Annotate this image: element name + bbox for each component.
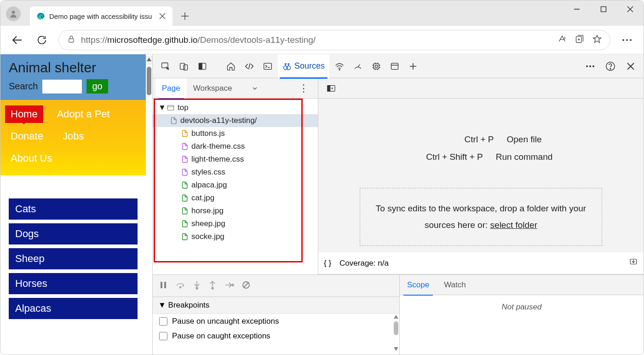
back-button[interactable]	[9, 32, 25, 48]
select-folder-link[interactable]: select folder	[490, 220, 537, 230]
svg-point-17	[622, 39, 624, 41]
new-tab-button[interactable]	[177, 8, 193, 24]
pretty-print-icon[interactable]: { }	[324, 259, 331, 268]
watch-tab[interactable]: Watch	[437, 275, 473, 295]
refresh-button[interactable]	[34, 32, 50, 48]
svg-rect-47	[391, 63, 398, 69]
application-tab-icon[interactable]	[386, 58, 403, 75]
svg-point-18	[626, 39, 628, 41]
help-icon[interactable]	[602, 58, 619, 75]
svg-rect-38	[375, 65, 378, 67]
device-toggle-icon[interactable]	[176, 58, 192, 75]
pause-icon[interactable]	[159, 281, 167, 291]
animal-item[interactable]: Alpacas	[9, 298, 138, 319]
page-scrollbar[interactable]	[146, 56, 152, 355]
coverage-bar: { } Coverage: n/a	[318, 252, 644, 274]
sources-navigator: Page Workspace ⋮ ▼ top devtoo	[153, 78, 318, 274]
navigator-more-icon[interactable]: ⋮	[292, 82, 315, 94]
svg-point-0	[12, 11, 15, 14]
minimize-button[interactable]	[564, 0, 590, 18]
inspect-element-icon[interactable]	[157, 58, 174, 75]
tree-file[interactable]: sheep.jpg	[153, 217, 318, 230]
animal-item[interactable]: Dogs	[9, 223, 138, 244]
nav-jobs[interactable]: Jobs	[57, 128, 89, 145]
more-tabs-icon[interactable]	[405, 58, 421, 75]
tree-file[interactable]: styles.css	[153, 166, 318, 179]
tree-top[interactable]: ▼ top	[153, 101, 318, 114]
workspace-subtab[interactable]: Workspace	[187, 78, 264, 99]
svg-rect-7	[601, 7, 606, 12]
devtools-close-icon[interactable]	[622, 58, 639, 75]
step-over-icon[interactable]	[176, 281, 185, 291]
tree-file[interactable]: buttons.js	[153, 127, 318, 140]
page-nav: Home Adopt a Pet Donate Jobs About Us	[0, 100, 146, 175]
url-text: https://microsoftedge.github.io/Demos/de…	[81, 35, 552, 45]
animal-item[interactable]: Cats	[9, 198, 138, 220]
tree-file[interactable]: light-theme.css	[153, 153, 318, 166]
svg-marker-76	[394, 347, 398, 351]
svg-point-68	[196, 287, 198, 289]
network-tab-icon[interactable]	[331, 58, 348, 75]
tree-file[interactable]: cat.jpg	[153, 192, 318, 204]
browser-titlebar: Demo page with accessibility issu	[0, 0, 644, 26]
svg-rect-61	[328, 85, 330, 91]
dock-icon[interactable]	[194, 58, 211, 75]
nav-about[interactable]: About Us	[5, 150, 58, 167]
bp-caught[interactable]: Pause on caught exceptions	[153, 329, 399, 343]
svg-marker-16	[593, 35, 601, 42]
svg-line-36	[358, 64, 360, 67]
svg-rect-58	[167, 105, 174, 111]
deactivate-breakpoints-icon[interactable]	[242, 281, 250, 291]
welcome-tab-icon[interactable]	[223, 58, 239, 75]
tree-file[interactable]: alpaca.jpg	[153, 179, 318, 192]
url-input[interactable]: https://microsoftedge.github.io/Demos/de…	[58, 30, 610, 50]
devtools-toolbar: Sources	[153, 54, 644, 78]
maximize-button[interactable]	[590, 0, 617, 18]
memory-tab-icon[interactable]	[368, 58, 385, 75]
lock-icon	[67, 35, 75, 45]
animal-item[interactable]: Horses	[9, 273, 138, 294]
tree-file[interactable]: dark-theme.css	[153, 140, 318, 153]
performance-tab-icon[interactable]	[350, 58, 366, 75]
tree-folder[interactable]: devtools-a11y-testing/	[153, 114, 318, 127]
page-title: Animal shelter	[9, 60, 138, 76]
tree-file[interactable]: socke.jpg	[153, 230, 318, 243]
step-into-icon[interactable]	[193, 281, 201, 291]
close-window-button[interactable]	[617, 0, 644, 18]
workspace-dropzone[interactable]: To sync edits to the workspace, drop a f…	[360, 188, 602, 246]
collections-icon[interactable]	[575, 35, 584, 46]
devtools-settings-icon[interactable]	[582, 58, 598, 75]
nav-home[interactable]: Home	[5, 105, 43, 123]
browser-tab[interactable]: Demo page with accessibility issu	[30, 6, 172, 26]
debugger-controls	[153, 275, 399, 297]
console-tab-icon[interactable]	[259, 58, 276, 75]
step-icon[interactable]	[224, 281, 234, 291]
breakpoints-header[interactable]: ▼ Breakpoints	[153, 297, 399, 314]
svg-rect-65	[164, 282, 166, 288]
profile-avatar[interactable]	[6, 6, 21, 21]
toggle-navigator-icon[interactable]	[323, 80, 339, 97]
search-input[interactable]	[42, 80, 82, 93]
svg-marker-20	[147, 58, 151, 61]
tab-close-icon[interactable]	[159, 12, 166, 20]
download-icon[interactable]	[629, 258, 638, 268]
not-paused-label: Not paused	[400, 295, 644, 319]
page-subtab[interactable]: Page	[155, 78, 187, 99]
read-aloud-icon[interactable]	[558, 35, 567, 46]
nav-adopt[interactable]: Adopt a Pet	[52, 105, 115, 123]
breakpoints-scrollbar[interactable]	[394, 312, 398, 353]
tree-file[interactable]: horse.jpg	[153, 204, 318, 217]
sources-editor-empty: Ctrl + POpen file Ctrl + Shift + PRun co…	[318, 99, 644, 252]
svg-rect-22	[180, 63, 185, 69]
devtools-panel: Sources Page Workspace ⋮	[152, 54, 644, 355]
bp-uncaught[interactable]: Pause on uncaught exceptions	[153, 314, 399, 329]
nav-donate[interactable]: Donate	[5, 128, 49, 145]
favorite-icon[interactable]	[592, 35, 602, 46]
sources-tab[interactable]: Sources	[278, 54, 329, 78]
elements-tab-icon[interactable]	[241, 58, 258, 75]
scope-tab[interactable]: Scope	[400, 275, 437, 295]
step-out-icon[interactable]	[209, 281, 216, 291]
animal-item[interactable]: Sheep	[9, 248, 138, 269]
go-button[interactable]: go	[86, 79, 108, 93]
menu-button[interactable]	[619, 32, 635, 48]
